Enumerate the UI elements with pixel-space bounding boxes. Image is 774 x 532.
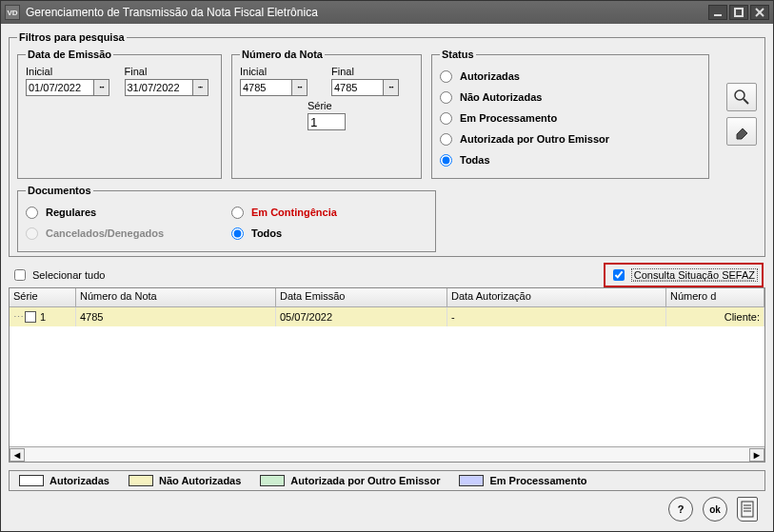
filters-fieldset: Filtros para pesquisa Data de Emissão In… (9, 31, 765, 257)
main-window: VD Gerenciamento de Transmissão da Nota … (0, 0, 774, 532)
status-autorizada-outro-label[interactable]: Autorizada por Outro Emissor (460, 133, 609, 145)
swatch-autorizadas (19, 475, 44, 486)
documentos-cancelados-radio (26, 227, 38, 240)
help-button[interactable]: ? (668, 497, 693, 522)
clear-button[interactable] (726, 117, 757, 146)
title-bar: VD Gerenciamento de Transmissão da Nota … (1, 1, 773, 24)
grid-body[interactable]: 1 4785 05/07/2022 - Cliente: (10, 307, 764, 446)
document-icon (741, 501, 754, 518)
results-grid: Série Número da Nota Data Emissão Data A… (9, 287, 765, 463)
status-todas-label[interactable]: Todas (460, 154, 490, 166)
serie-label: Série (308, 100, 394, 111)
documentos-todos-label[interactable]: Todos (251, 227, 282, 239)
documentos-contingencia-radio[interactable] (231, 207, 244, 219)
grid-header: Série Número da Nota Data Emissão Data A… (10, 288, 764, 307)
col-serie[interactable]: Série (10, 288, 76, 306)
app-badge-icon: VD (5, 5, 20, 20)
cell-data-emissao: 05/07/2022 (276, 307, 447, 326)
scroll-left-icon[interactable]: ◄ (10, 448, 25, 462)
consulta-sefaz-checkbox[interactable] (613, 269, 625, 281)
legend-autorizadas: Autorizadas (50, 475, 109, 486)
data-emissao-fieldset: Data de Emissão Inicial ··· Final (17, 49, 222, 179)
cell-numero: 4785 (76, 307, 276, 326)
row-checkbox[interactable] (25, 311, 36, 323)
data-inicial-input[interactable] (26, 79, 94, 96)
col-numero-doc[interactable]: Número d (666, 288, 764, 306)
legend-em-processamento: Em Processamento (489, 475, 586, 486)
status-autorizadas-radio[interactable] (440, 70, 452, 83)
close-button[interactable] (750, 5, 769, 20)
status-legend-bar: Autorizadas Não Autorizadas Autorizada p… (9, 470, 765, 491)
col-data-autorizacao[interactable]: Data Autorização (447, 288, 666, 306)
consulta-sefaz-highlight: Consulta Situação SEFAZ (604, 263, 764, 287)
status-fieldset: Status Autorizadas Não Autorizadas Em Pr… (431, 49, 709, 179)
select-all-checkbox[interactable] (14, 269, 26, 281)
numero-nota-legend: Número da Nota (240, 49, 325, 60)
filters-top-row: Data de Emissão Inicial ··· Final (17, 49, 757, 179)
scroll-track[interactable] (25, 448, 749, 462)
nota-final-label: Final (331, 66, 413, 77)
eraser-icon (733, 123, 750, 140)
svg-rect-7 (742, 502, 753, 517)
consulta-sefaz-label[interactable]: Consulta Situação SEFAZ (631, 268, 758, 282)
serie-input[interactable] (308, 113, 346, 130)
search-button[interactable] (726, 83, 757, 111)
select-all-label[interactable]: Selecionar tudo (32, 269, 105, 281)
date-picker-icon[interactable]: ··· (193, 79, 208, 96)
svg-line-5 (744, 99, 748, 104)
status-nao-autorizadas-radio[interactable] (440, 91, 452, 104)
status-autorizada-outro-radio[interactable] (440, 133, 452, 146)
data-inicial-label: Inicial (26, 66, 115, 77)
date-picker-icon[interactable]: ··· (94, 79, 109, 96)
bottom-button-bar: ? ok (9, 491, 765, 523)
swatch-nao-autorizadas (129, 475, 153, 486)
documentos-regulares-radio[interactable] (26, 207, 38, 219)
filters-legend: Filtros para pesquisa (17, 31, 127, 43)
data-emissao-legend: Data de Emissão (26, 49, 113, 60)
report-button[interactable] (737, 497, 758, 522)
status-em-processamento-radio[interactable] (440, 112, 452, 125)
window-content: Filtros para pesquisa Data de Emissão In… (1, 24, 773, 531)
cell-cliente: Cliente: (666, 307, 764, 326)
cell-serie: 1 (40, 311, 46, 323)
col-numero[interactable]: Número da Nota (76, 288, 276, 306)
status-nao-autorizadas-label[interactable]: Não Autorizadas (460, 91, 542, 103)
col-data-emissao[interactable]: Data Emissão (276, 288, 447, 306)
data-final-label: Final (125, 66, 214, 77)
nota-inicial-label: Inicial (240, 66, 322, 77)
grid-toolbar: Selecionar tudo Consulta Situação SEFAZ (9, 265, 765, 286)
svg-rect-1 (735, 9, 743, 16)
swatch-autorizada-outro (260, 475, 285, 486)
ok-button[interactable]: ok (703, 497, 727, 522)
status-em-processamento-label[interactable]: Em Processamento (460, 112, 557, 124)
nota-inicial-input[interactable] (240, 79, 292, 96)
numero-nota-fieldset: Número da Nota Inicial ··· Final (231, 49, 422, 179)
documentos-regulares-label[interactable]: Regulares (46, 207, 96, 218)
cell-data-autorizacao: - (447, 307, 666, 326)
documentos-fieldset: Documentos Regulares Cancelados/Denegado… (17, 185, 436, 252)
tree-expander-icon[interactable] (13, 311, 25, 324)
ok-label: ok (709, 504, 721, 515)
documentos-cancelados-label: Cancelados/Denegados (46, 227, 164, 239)
legend-nao-autorizadas: Não Autorizadas (159, 475, 241, 486)
svg-point-4 (735, 90, 744, 100)
documentos-contingencia-label[interactable]: Em Contingência (251, 207, 337, 218)
status-todas-radio[interactable] (440, 154, 452, 167)
scroll-right-icon[interactable]: ► (749, 448, 764, 462)
horizontal-scrollbar[interactable]: ◄ ► (10, 446, 764, 462)
documentos-todos-radio[interactable] (231, 227, 244, 240)
minimize-button[interactable] (708, 5, 727, 20)
nota-final-input[interactable] (331, 79, 384, 96)
picker-icon[interactable]: ··· (384, 79, 399, 96)
documentos-legend: Documentos (26, 185, 93, 196)
status-legend: Status (440, 49, 476, 60)
swatch-em-processamento (459, 475, 484, 486)
legend-autorizada-outro: Autorizada por Outro Emissor (290, 475, 440, 486)
svg-marker-6 (737, 128, 747, 139)
data-final-input[interactable] (125, 79, 193, 96)
picker-icon[interactable]: ··· (292, 79, 308, 96)
table-row[interactable]: 1 4785 05/07/2022 - Cliente: (10, 307, 764, 326)
maximize-button[interactable] (729, 5, 748, 20)
status-autorizadas-label[interactable]: Autorizadas (460, 70, 520, 82)
filter-action-buttons (726, 83, 757, 146)
